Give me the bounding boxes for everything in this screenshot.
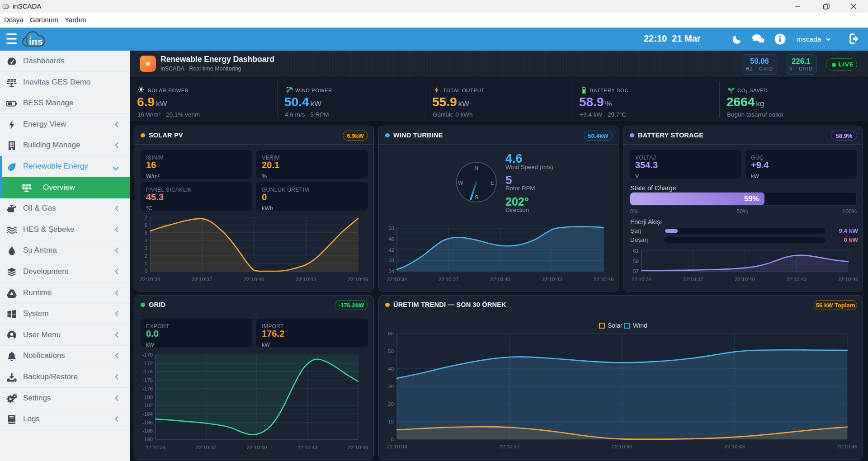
svg-text:10: 10: [388, 419, 394, 424]
svg-text:22:10:37: 22:10:37: [196, 445, 217, 450]
svg-text:0: 0: [145, 268, 147, 274]
svg-text:6: 6: [145, 222, 147, 228]
svg-text:34: 34: [388, 268, 394, 274]
svg-text:22:10:34: 22:10:34: [140, 277, 160, 282]
svg-text:61: 61: [633, 248, 639, 254]
svg-text:42: 42: [388, 247, 394, 253]
svg-text:4: 4: [145, 238, 148, 243]
svg-text:30: 30: [388, 384, 394, 389]
svg-text:50: 50: [388, 226, 394, 231]
svg-text:22:10:46: 22:10:46: [838, 277, 859, 282]
svg-text:7: 7: [145, 215, 147, 220]
svg-text:22:10:46: 22:10:46: [348, 277, 368, 282]
svg-text:-188: -188: [142, 428, 153, 433]
svg-text:-190: -190: [142, 437, 153, 442]
svg-text:57: 57: [633, 268, 639, 274]
svg-text:22:10:43: 22:10:43: [725, 444, 745, 449]
svg-text:-178: -178: [142, 386, 153, 391]
svg-text:20: 20: [388, 401, 394, 407]
svg-text:-186: -186: [142, 420, 153, 425]
svg-text:-182: -182: [142, 403, 153, 408]
svg-text:-172: -172: [142, 361, 153, 366]
svg-text:22:10:43: 22:10:43: [297, 445, 318, 450]
svg-text:2: 2: [145, 253, 147, 259]
svg-text:-180: -180: [142, 395, 153, 400]
svg-text:22:10:46: 22:10:46: [837, 444, 858, 449]
svg-text:-184: -184: [142, 411, 153, 417]
svg-text:22:10:37: 22:10:37: [439, 277, 459, 282]
svg-text:40: 40: [388, 366, 394, 372]
svg-text:22:10:40: 22:10:40: [244, 277, 264, 282]
svg-text:50: 50: [388, 348, 394, 354]
svg-text:-176: -176: [142, 377, 153, 383]
svg-text:22:10:40: 22:10:40: [490, 277, 510, 282]
svg-text:60: 60: [388, 331, 394, 336]
svg-text:22:10:46: 22:10:46: [594, 277, 614, 282]
svg-text:46: 46: [388, 236, 394, 242]
svg-text:1: 1: [145, 261, 147, 266]
svg-text:22:10:43: 22:10:43: [542, 277, 562, 282]
svg-text:22:10:37: 22:10:37: [500, 444, 520, 449]
svg-text:0: 0: [391, 437, 394, 442]
svg-text:22:10:34: 22:10:34: [632, 277, 652, 282]
svg-text:22:10:34: 22:10:34: [387, 277, 407, 282]
svg-text:22:10:37: 22:10:37: [683, 277, 703, 282]
svg-text:38: 38: [388, 258, 394, 263]
svg-text:22:10:40: 22:10:40: [247, 445, 267, 450]
svg-text:ins: ins: [5, 5, 9, 8]
svg-text:22:10:34: 22:10:34: [146, 445, 166, 450]
svg-text:22:10:37: 22:10:37: [192, 277, 212, 282]
svg-text:59: 59: [633, 259, 639, 264]
svg-text:22:10:34: 22:10:34: [387, 444, 407, 449]
svg-text:ins: ins: [29, 36, 42, 47]
svg-text:3: 3: [145, 245, 147, 251]
svg-text:5: 5: [145, 230, 147, 235]
svg-text:22:10:43: 22:10:43: [296, 277, 316, 282]
svg-text:-174: -174: [142, 369, 153, 374]
svg-text:22:10:43: 22:10:43: [786, 277, 807, 282]
svg-text:-170: -170: [142, 352, 153, 358]
svg-text:22:10:40: 22:10:40: [612, 444, 632, 449]
svg-text:22:10:46: 22:10:46: [348, 445, 368, 450]
svg-text:22:10:40: 22:10:40: [735, 277, 755, 282]
